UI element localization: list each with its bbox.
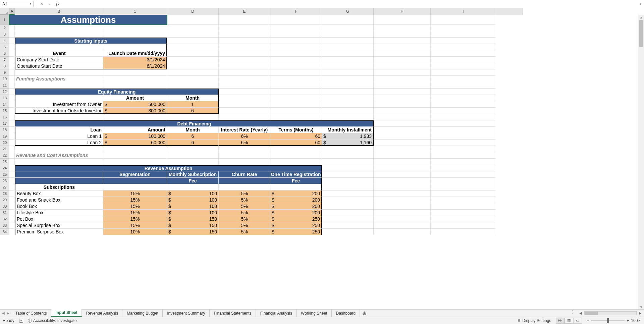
cell-C30[interactable]: 15% [103, 203, 167, 210]
tab-input-sheet[interactable]: Input Sheet [51, 309, 82, 317]
cell-I5[interactable] [431, 44, 496, 50]
cell-C6[interactable]: Launch Date mm/dd/yyyy [103, 50, 167, 57]
row-header-18[interactable]: 18 [0, 127, 9, 133]
cell-I18[interactable] [431, 127, 496, 133]
cell-A18[interactable] [9, 127, 15, 133]
cell-I4[interactable] [431, 38, 496, 44]
cell-A6[interactable] [9, 50, 15, 57]
cell-B4[interactable]: Starting inputs [15, 38, 167, 44]
cell-E4[interactable] [219, 38, 270, 44]
cell-E23[interactable] [219, 159, 270, 165]
cell-C33[interactable]: 15% [103, 222, 167, 229]
cell-F8[interactable] [270, 63, 322, 69]
cell-E32[interactable]: 5% [219, 216, 270, 222]
cell-B10[interactable]: Funding Assumptions [15, 76, 103, 82]
cell-E7[interactable] [219, 57, 270, 63]
cell-F2[interactable] [270, 25, 322, 31]
horizontal-scrollbar[interactable]: ◀ ▶ [577, 310, 644, 317]
cell-H29[interactable] [374, 197, 431, 203]
row-header-30[interactable]: 30 [0, 203, 9, 210]
scroll-track[interactable] [638, 20, 644, 305]
cell-I2[interactable] [431, 25, 496, 31]
cell-I32[interactable] [431, 216, 496, 222]
zoom-out-button[interactable]: − [587, 318, 589, 323]
cell-D29[interactable]: $100 [167, 197, 219, 203]
cell-D13[interactable]: Month [167, 95, 219, 101]
cell-B3[interactable] [15, 31, 103, 38]
cell-H27[interactable] [374, 184, 431, 191]
cell-H32[interactable] [374, 216, 431, 222]
cell-H15[interactable] [374, 108, 431, 114]
col-header-H[interactable]: H [374, 8, 431, 15]
cell-C34[interactable]: 10% [103, 229, 167, 235]
cell-F7[interactable] [270, 57, 322, 63]
scroll-thumb[interactable] [639, 20, 643, 47]
cell-I33[interactable] [431, 222, 496, 229]
select-all-corner[interactable] [0, 8, 9, 15]
cell-B2[interactable] [15, 25, 103, 31]
cell-G33[interactable] [322, 222, 374, 229]
cell-I10[interactable] [431, 76, 496, 82]
cell-G19[interactable]: $1,933 [322, 133, 374, 140]
cell-I31[interactable] [431, 210, 496, 216]
cell-F4[interactable] [270, 38, 322, 44]
cell-G28[interactable] [322, 191, 374, 197]
cell-H8[interactable] [374, 63, 431, 69]
cell-C29[interactable]: 15% [103, 197, 167, 203]
cell-B6[interactable]: Event [15, 50, 103, 57]
cell-E21[interactable] [219, 146, 270, 152]
cell-I6[interactable] [431, 50, 496, 57]
cell-B18[interactable]: Loan [15, 127, 103, 133]
cell-B13[interactable] [15, 95, 103, 101]
col-header-D[interactable]: D [167, 8, 219, 15]
row-header-19[interactable]: 19 [0, 133, 9, 140]
cell-A31[interactable] [9, 210, 15, 216]
cell-F20[interactable]: 60 [270, 140, 322, 146]
cell-E18[interactable]: Interest Rate (Yearly) [219, 127, 270, 133]
cell-D11[interactable] [167, 82, 219, 89]
cell-I16[interactable] [431, 114, 496, 120]
row-header-1[interactable]: 1 [0, 15, 9, 25]
cell-F28[interactable]: $200 [270, 191, 322, 197]
cell-H9[interactable] [374, 69, 431, 76]
cell-A29[interactable] [9, 197, 15, 203]
cell-H20[interactable] [374, 140, 431, 146]
cell-G23[interactable] [322, 159, 374, 165]
cell-G14[interactable] [322, 101, 374, 108]
cell-B22[interactable]: Revenue and Cost Assumptions [15, 152, 103, 159]
row-header-21[interactable]: 21 [0, 146, 9, 152]
cell-A2[interactable] [9, 25, 15, 31]
formula-input[interactable] [62, 1, 637, 7]
cell-H16[interactable] [374, 114, 431, 120]
row-header-25[interactable]: 25 [0, 171, 9, 178]
row-header-22[interactable]: 22 [0, 152, 9, 159]
cell-F14[interactable] [270, 101, 322, 108]
cell-C23[interactable] [103, 159, 167, 165]
hscroll-thumb[interactable] [585, 312, 598, 315]
cell-G18[interactable]: Monthly Installment [322, 127, 374, 133]
cell-D27[interactable] [167, 184, 219, 191]
cell-F30[interactable]: $200 [270, 203, 322, 210]
cell-F33[interactable]: $250 [270, 222, 322, 229]
cell-D4[interactable] [167, 38, 219, 44]
cell-G22[interactable] [322, 152, 374, 159]
cell-I34[interactable] [431, 229, 496, 235]
cell-D3[interactable] [167, 31, 219, 38]
cell-H25[interactable] [374, 171, 431, 178]
cell-B19[interactable]: Loan 1 [15, 133, 103, 140]
cell-A20[interactable] [9, 140, 15, 146]
cell-I25[interactable] [431, 171, 496, 178]
cell-D16[interactable] [167, 114, 219, 120]
name-box[interactable]: A1 ▼ [1, 1, 34, 7]
col-header-F[interactable]: F [270, 8, 322, 15]
cell-H1[interactable] [374, 15, 431, 25]
nav-prev-icon[interactable]: ◀ [2, 311, 5, 315]
cell-B34[interactable]: Premium Surprise Box [15, 229, 103, 235]
vertical-scrollbar[interactable]: ▲ ▼ [638, 15, 644, 310]
cell-D25[interactable]: Monthly Subscription [167, 171, 219, 178]
cell-G15[interactable] [322, 108, 374, 114]
cell-D21[interactable] [167, 146, 219, 152]
cell-E9[interactable] [219, 69, 270, 76]
col-header-C[interactable]: C [103, 8, 167, 15]
cell-A14[interactable] [9, 101, 15, 108]
